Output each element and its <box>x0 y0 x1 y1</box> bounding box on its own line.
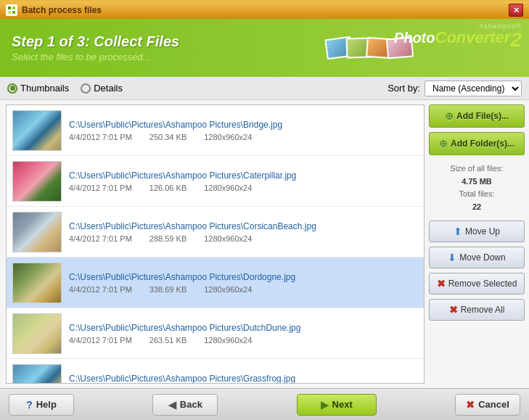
file-info: C:\Users\Public\Pictures\Ashampoo Pictur… <box>69 374 418 384</box>
svg-rect-0 <box>8 7 11 9</box>
back-icon: ◀ <box>168 399 176 411</box>
toolbar: Thumbnails Details Sort by: Name (Ascend… <box>0 77 529 100</box>
table-row[interactable]: C:\Users\Public\Pictures\Ashampoo Pictur… <box>7 207 424 258</box>
logo-version: 2 <box>510 28 522 51</box>
file-path: C:\Users\Public\Pictures\Ashampoo Pictur… <box>69 120 418 130</box>
file-meta: 4/4/2012 7:01 PM 263.51 KB 1280x960x24 <box>69 336 418 345</box>
file-info: C:\Users\Public\Pictures\Ashampoo Pictur… <box>69 323 418 345</box>
next-icon: ▶ <box>321 399 329 411</box>
remove-selected-icon: ✖ <box>437 278 446 289</box>
close-button[interactable]: ✕ <box>509 4 523 17</box>
app-icon <box>6 4 17 16</box>
add-folder-label: Add Folder(s)... <box>451 139 514 149</box>
back-label: Back <box>180 399 202 410</box>
title-bar: Batch process files ✕ <box>0 0 529 19</box>
file-thumbnail <box>12 263 62 303</box>
remove-selected-button[interactable]: ✖ Remove Selected <box>429 273 525 295</box>
add-files-icon: ⊕ <box>445 110 454 122</box>
logo-photo: Photo <box>394 30 435 46</box>
stats-box: Size of all files: 4.75 MB Total files: … <box>429 160 525 216</box>
header: Step 1 of 3: Collect Files Select the fi… <box>0 19 529 77</box>
step-title: Step 1 of 3: Collect Files <box>12 33 179 50</box>
window-title: Batch process files <box>22 5 102 15</box>
help-button[interactable]: ? Help <box>9 394 74 416</box>
back-button[interactable]: ◀ Back <box>152 394 218 416</box>
thumbnails-radio[interactable]: Thumbnails <box>7 83 69 94</box>
move-up-label: Move Up <box>465 226 500 236</box>
file-dimensions: 1280x960x24 <box>204 336 252 345</box>
file-date: 4/4/2012 7:01 PM <box>69 285 132 294</box>
move-up-button[interactable]: ⬆ Move Up <box>429 221 525 242</box>
file-date: 4/4/2012 7:01 PM <box>69 234 132 243</box>
file-size: 263.51 KB <box>149 336 186 345</box>
file-path: C:\Users\Public\Pictures\Ashampoo Pictur… <box>69 170 418 181</box>
sort-group: Sort by: Name (Ascending) <box>387 81 522 96</box>
details-radio[interactable]: Details <box>81 83 123 94</box>
thumbnails-radio-indicator <box>7 83 17 94</box>
table-row[interactable]: C:\Users\Public\Pictures\Ashampoo Pictur… <box>7 308 424 359</box>
remove-all-icon: ✖ <box>449 304 458 316</box>
cancel-icon: ✖ <box>466 399 475 411</box>
help-icon: ? <box>26 399 33 411</box>
stats-total-value: 22 <box>432 201 522 214</box>
file-dimensions: 1280x960x24 <box>204 133 252 141</box>
svg-rect-2 <box>8 11 11 14</box>
move-up-icon: ⬆ <box>454 226 462 237</box>
remove-all-button[interactable]: ✖ Remove All <box>429 299 525 321</box>
svg-rect-3 <box>12 11 15 14</box>
header-logo: Ashampoo® PhotoConverter2 <box>394 22 522 50</box>
details-label: Details <box>94 83 123 94</box>
add-files-button[interactable]: ⊕ Add File(s)... <box>429 104 525 128</box>
add-folder-button[interactable]: ⊕ Add Folder(s)... <box>429 132 525 155</box>
remove-all-label: Remove All <box>461 305 505 315</box>
file-date: 4/4/2012 7:01 PM <box>69 336 132 345</box>
file-size: 288.59 KB <box>149 234 186 243</box>
file-info: C:\Users\Public\Pictures\Ashampoo Pictur… <box>69 170 418 192</box>
table-row[interactable]: C:\Users\Public\Pictures\Ashampoo Pictur… <box>7 359 424 384</box>
file-size: 126.06 KB <box>149 184 186 192</box>
cancel-button[interactable]: ✖ Cancel <box>455 394 520 416</box>
file-date: 4/4/2012 7:01 PM <box>69 184 132 192</box>
table-row[interactable]: C:\Users\Public\Pictures\Ashampoo Pictur… <box>7 105 424 156</box>
help-label: Help <box>36 399 57 410</box>
file-list[interactable]: C:\Users\Public\Pictures\Ashampoo Pictur… <box>6 104 425 384</box>
view-toggle: Thumbnails Details <box>7 83 123 94</box>
file-thumbnail <box>12 364 62 384</box>
footer: ? Help ◀ Back ▶ Next ✖ Cancel <box>0 388 529 420</box>
file-info: C:\Users\Public\Pictures\Ashampoo Pictur… <box>69 272 418 294</box>
file-dimensions: 1280x960x24 <box>204 234 252 243</box>
next-button[interactable]: ▶ Next <box>297 394 377 416</box>
stats-total-label: Total files: <box>432 188 522 201</box>
file-path: C:\Users\Public\Pictures\Ashampoo Pictur… <box>69 374 418 384</box>
file-meta: 4/4/2012 7:01 PM 338.69 KB 1280x960x24 <box>69 285 418 294</box>
file-info: C:\Users\Public\Pictures\Ashampoo Pictur… <box>69 221 418 243</box>
svg-rect-1 <box>12 7 15 9</box>
logo-converter: Converter <box>435 28 511 46</box>
main-content: C:\Users\Public\Pictures\Ashampoo Pictur… <box>0 100 529 388</box>
file-dimensions: 1280x960x24 <box>204 285 252 294</box>
remove-selected-label: Remove Selected <box>448 279 517 289</box>
file-meta: 4/4/2012 7:01 PM 288.59 KB 1280x960x24 <box>69 234 418 243</box>
file-thumbnail <box>12 110 62 151</box>
file-size: 338.69 KB <box>149 285 186 294</box>
file-path: C:\Users\Public\Pictures\Ashampoo Pictur… <box>69 323 418 333</box>
file-path: C:\Users\Public\Pictures\Ashampoo Pictur… <box>69 221 418 231</box>
file-meta: 4/4/2012 7:01 PM 126.06 KB 1280x960x24 <box>69 184 418 192</box>
step-subtitle: Select the files to be processed... <box>12 52 179 62</box>
file-info: C:\Users\Public\Pictures\Ashampoo Pictur… <box>69 120 418 141</box>
cancel-label: Cancel <box>478 399 509 410</box>
add-files-label: Add File(s)... <box>456 111 509 121</box>
table-row[interactable]: C:\Users\Public\Pictures\Ashampoo Pictur… <box>7 258 424 308</box>
move-down-button[interactable]: ⬇ Move Down <box>429 247 525 268</box>
details-radio-indicator <box>81 83 91 94</box>
move-down-icon: ⬇ <box>448 252 456 263</box>
stats-size-label: Size of all files: <box>432 162 522 176</box>
file-thumbnail <box>12 212 62 252</box>
file-thumbnail <box>12 161 62 202</box>
sort-select[interactable]: Name (Ascending) <box>425 81 522 96</box>
sortby-label: Sort by: <box>387 83 420 94</box>
stats-size-value: 4.75 MB <box>432 176 522 189</box>
file-thumbnail <box>12 313 62 354</box>
table-row[interactable]: C:\Users\Public\Pictures\Ashampoo Pictur… <box>7 156 424 207</box>
file-size: 250.34 KB <box>149 133 186 141</box>
